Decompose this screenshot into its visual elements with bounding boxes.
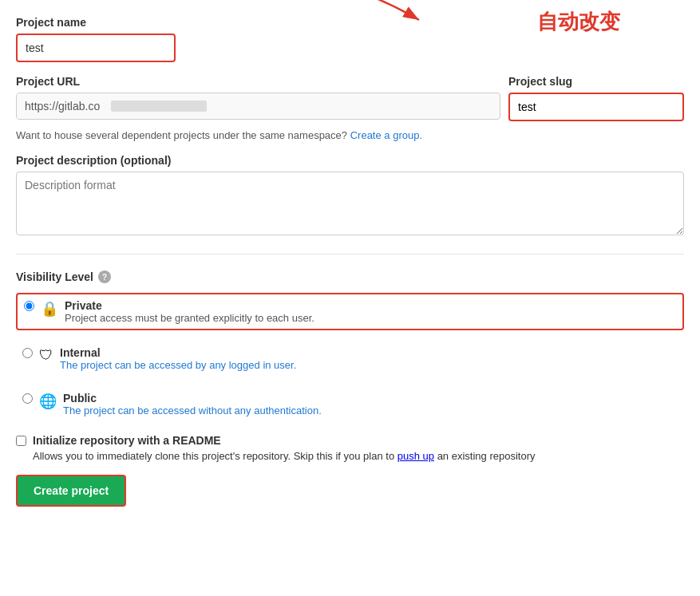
radio-internal[interactable] xyxy=(22,348,33,358)
icon-shield: 🛡 xyxy=(39,347,53,364)
visibility-option-private[interactable]: 🔒 Private Project access must be granted… xyxy=(16,293,684,330)
icon-lock: 🔒 xyxy=(41,300,58,318)
project-description-input[interactable] xyxy=(16,172,684,235)
radio-private-col xyxy=(24,301,34,314)
url-input-wrapper: https://gitlab.co xyxy=(16,93,500,120)
init-readme-label[interactable]: Initialize repository with a README xyxy=(33,434,221,447)
init-readme-row: Initialize repository with a README Allo… xyxy=(16,434,684,462)
internal-option-desc: The project can be accessed by any logge… xyxy=(60,359,678,371)
footer-url: https://blog.csdn.net/fighting2020 xyxy=(556,521,684,523)
auto-change-annotation: 自动改变 xyxy=(537,8,620,36)
project-name-input[interactable] xyxy=(16,34,176,62)
project-slug-group: Project slug xyxy=(508,75,684,121)
create-group-link[interactable]: Create a group. xyxy=(350,129,422,141)
private-option-text: Private Project access must be granted e… xyxy=(65,299,676,324)
url-prefix: https://gitlab.co xyxy=(17,93,108,119)
project-description-label: Project description (optional) xyxy=(16,154,684,167)
visibility-level-group: Visibility Level ? 🔒 Private Project acc… xyxy=(16,270,684,421)
visibility-option-public[interactable]: 🌐 Public The project can be accessed wit… xyxy=(16,387,684,421)
private-option-title: Private xyxy=(65,299,676,312)
project-slug-label: Project slug xyxy=(508,75,684,88)
init-readme-hint: Allows you to immediately clone this pro… xyxy=(33,450,535,462)
project-url-label: Project URL xyxy=(16,75,500,88)
project-url-group: Project URL https://gitlab.co xyxy=(16,75,500,120)
push-up-link[interactable]: push up xyxy=(397,450,434,462)
private-option-desc: Project access must be granted explicitl… xyxy=(65,312,676,324)
section-divider xyxy=(16,254,684,255)
create-project-button[interactable]: Create project xyxy=(16,475,126,507)
visibility-level-label: Visibility Level ? xyxy=(16,270,684,283)
icon-globe: 🌐 xyxy=(39,393,57,410)
radio-private[interactable] xyxy=(24,301,34,311)
visibility-help-icon[interactable]: ? xyxy=(98,270,111,283)
url-slug-row: Project URL https://gitlab.co Project sl… xyxy=(16,75,684,121)
radio-internal-col xyxy=(22,348,33,361)
public-option-text: Public The project can be accessed witho… xyxy=(63,392,678,416)
project-description-group: Project description (optional) xyxy=(16,154,684,238)
radio-public-col xyxy=(22,393,33,406)
internal-option-text: Internal The project can be accessed by … xyxy=(60,346,678,371)
visibility-option-internal[interactable]: 🛡 Internal The project can be accessed b… xyxy=(16,341,684,376)
public-option-desc: The project can be accessed without any … xyxy=(63,405,678,416)
init-readme-text: Initialize repository with a README Allo… xyxy=(33,434,535,462)
url-blurred-part xyxy=(111,101,207,112)
namespace-hint: Want to house several dependent projects… xyxy=(16,129,684,141)
project-form: 自动改变 Project name Project URL https://gi… xyxy=(16,16,684,507)
project-slug-input[interactable] xyxy=(508,93,684,121)
public-option-title: Public xyxy=(63,392,678,405)
init-readme-checkbox[interactable] xyxy=(16,436,26,446)
radio-public[interactable] xyxy=(22,393,33,404)
internal-option-title: Internal xyxy=(60,346,678,359)
